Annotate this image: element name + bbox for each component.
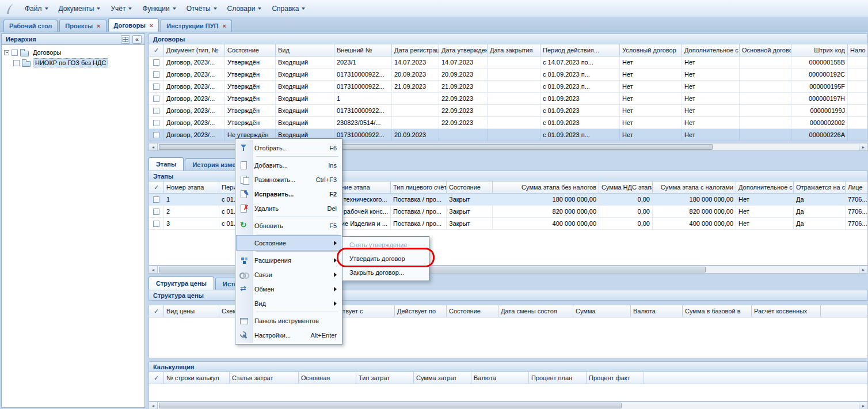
submenu-item-unapprove[interactable]: Снять утверждение [344, 238, 428, 252]
column-header[interactable]: Дата закрытия [488, 44, 540, 56]
column-header[interactable]: Тип лицевого счёт [391, 181, 447, 194]
menu-item-edit[interactable]: Исправить...F2 [237, 187, 341, 201]
column-header[interactable]: Сумма этапа без налогов [493, 181, 599, 194]
tree-item[interactable]: Договоры [2, 47, 144, 58]
table-row[interactable]: Договор, 2023/...УтверждёнВходящий2023/1… [149, 56, 868, 69]
column-header[interactable]: Нало [848, 44, 868, 56]
table-row[interactable]: Договор, 2023/...УтверждёнВходящий017310… [149, 81, 868, 93]
row-checkbox[interactable] [153, 59, 159, 66]
menu-item-delete[interactable]: УдалитьDel [237, 201, 341, 215]
tree-checkbox[interactable] [13, 60, 20, 66]
column-header[interactable]: Дата смены состоя [498, 305, 573, 317]
submenu-item-approve-contract[interactable]: Утвердить договор [344, 252, 428, 266]
scrollbar-track[interactable] [158, 402, 859, 409]
column-header[interactable]: Процент план [529, 372, 587, 384]
tree-expander-icon[interactable] [4, 50, 9, 55]
main-tab[interactable]: Договоры [108, 18, 159, 32]
row-checkbox[interactable] [153, 71, 159, 78]
table-row[interactable]: Договор, 2023/...УтверждёнВходящий017310… [149, 69, 868, 81]
column-header[interactable]: Отражается на су [794, 181, 846, 194]
column-header[interactable]: Сумма НДС этапа [599, 181, 653, 194]
column-header[interactable]: Расчёт косвенных [752, 305, 821, 317]
menubar-item[interactable]: Словари [222, 2, 267, 15]
column-header[interactable]: Сумма затрат [414, 372, 471, 384]
main-tab[interactable]: Инструкции ПУП [161, 20, 232, 32]
row-checkbox[interactable] [153, 209, 159, 215]
column-header[interactable]: Состояние [447, 305, 498, 317]
menu-item-refresh[interactable]: ОбновитьF5 [237, 218, 341, 233]
subtab[interactable]: Этапы [149, 157, 184, 171]
column-header[interactable]: Сумма [573, 305, 631, 317]
column-header[interactable]: Документ (тип, № [164, 44, 225, 56]
scroll-left-button[interactable] [149, 402, 158, 409]
menu-item-duplicate[interactable]: Размножить...Ctrl+F3 [237, 172, 341, 187]
column-header[interactable]: Сумма этапа с налогами [653, 181, 736, 194]
menubar-item[interactable]: Документы [54, 2, 106, 15]
calc-hscrollbar[interactable] [149, 402, 868, 409]
column-header[interactable]: Период действия... [540, 44, 620, 56]
menubar-item[interactable]: Функции [137, 2, 181, 15]
select-all-column-header[interactable]: ✓ [149, 372, 164, 384]
scroll-left-button[interactable] [149, 266, 158, 273]
scroll-right-button[interactable] [859, 143, 867, 150]
select-all-column-header[interactable]: ✓ [149, 305, 164, 317]
subtab[interactable]: Структура цены [149, 277, 214, 290]
scroll-right-button[interactable] [859, 266, 867, 273]
table-row[interactable]: Договор, 2023/...УтверждёнВходящий230823… [149, 117, 868, 129]
submenu-item-close-contract[interactable]: Закрыть договор... [344, 266, 428, 279]
row-checkbox[interactable] [153, 221, 159, 227]
menu-item-settings[interactable]: Настройки...Alt+Enter [237, 328, 341, 342]
menubar-item[interactable]: Файл [20, 2, 54, 15]
hierarchy-collapse-button[interactable] [132, 35, 142, 44]
column-header[interactable]: Вид [276, 44, 334, 56]
scrollbar-thumb[interactable] [159, 403, 622, 408]
table-row[interactable]: Договор, 2023/...УтверждёнВходящий122.09… [149, 93, 868, 105]
menu-item-view[interactable]: Вид [237, 296, 341, 310]
column-header[interactable]: Дата утверждения [439, 44, 488, 56]
scroll-left-button[interactable] [149, 143, 158, 150]
column-header[interactable]: Тип затрат [356, 372, 414, 384]
menu-item-state[interactable]: Состояние [237, 236, 341, 250]
menu-item-add[interactable]: Добавить...Ins [237, 158, 341, 172]
column-header[interactable]: Валюта [471, 372, 529, 384]
select-all-column-header[interactable]: ✓ [149, 44, 164, 56]
column-header[interactable]: Вид цены [164, 305, 219, 317]
column-header[interactable]: Основная [299, 372, 356, 384]
menu-item-extensions[interactable]: Расширения [237, 253, 341, 267]
row-checkbox[interactable] [153, 108, 159, 114]
column-header[interactable]: Процент факт [587, 372, 644, 384]
column-header[interactable]: Штрих-код [791, 44, 848, 56]
main-tab[interactable]: Проекты [59, 20, 106, 32]
menubar-item[interactable]: Отчёты [181, 2, 222, 15]
column-header[interactable]: Валюта [631, 305, 683, 317]
column-header[interactable]: Дополнительное с [736, 181, 794, 194]
tab-close-icon[interactable] [97, 23, 100, 29]
scroll-right-button[interactable] [859, 402, 867, 409]
menubar-item[interactable]: Учёт [105, 2, 137, 15]
column-header[interactable]: Номер этапа [164, 181, 219, 194]
column-header[interactable]: Состояние [447, 181, 493, 194]
menu-item-exchange[interactable]: Обмен [237, 282, 341, 296]
select-all-column-header[interactable]: ✓ [149, 181, 164, 194]
menu-item-filter[interactable]: Отобрать...F6 [237, 141, 341, 155]
menu-item-links[interactable]: Связи [237, 267, 341, 282]
column-header[interactable] [821, 305, 868, 317]
column-header[interactable]: Дополнительное с [682, 44, 740, 56]
column-header[interactable]: Основной договор [740, 44, 791, 56]
row-checkbox[interactable] [153, 196, 159, 203]
column-header[interactable]: № строки калькул [164, 372, 230, 384]
column-header[interactable]: Условный договор [620, 44, 682, 56]
tab-close-icon[interactable] [223, 23, 226, 29]
column-header[interactable]: Внешний № [334, 44, 392, 56]
menubar-item[interactable]: Справка [267, 2, 310, 15]
column-header[interactable]: Дата регистрации [392, 44, 439, 56]
column-header[interactable]: Лице [846, 181, 868, 194]
menu-item-toolbar[interactable]: Панель инструментов [237, 313, 341, 328]
tree-checkbox[interactable] [12, 50, 18, 56]
column-header[interactable]: Состояние [225, 44, 276, 56]
main-tab[interactable]: Рабочий стол [3, 20, 58, 32]
column-header[interactable]: Сумма в базовой в [683, 305, 752, 317]
row-checkbox[interactable] [153, 132, 159, 138]
column-header[interactable]: Действует по [395, 305, 447, 317]
hierarchy-table-view-button[interactable] [121, 35, 130, 44]
